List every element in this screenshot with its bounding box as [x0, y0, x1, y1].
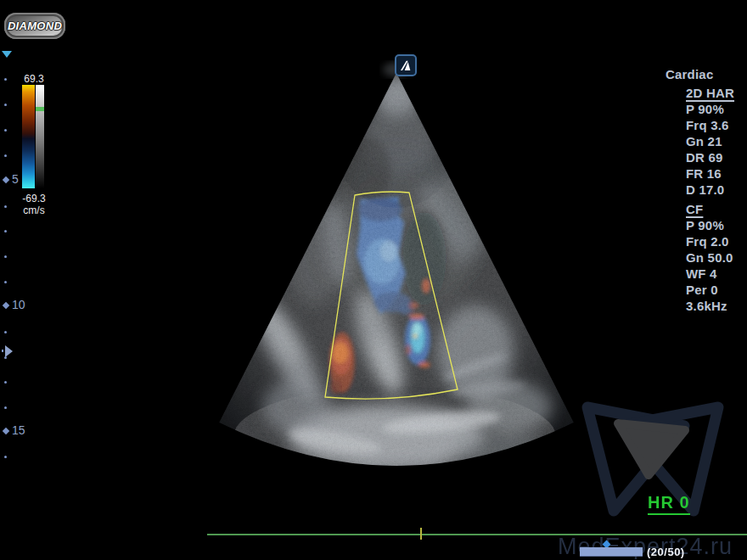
param-2d-frame-rate: FR 16 [686, 166, 722, 181]
cine-frame-counter: (20/50) [647, 546, 685, 558]
depth-label-5: 5 [12, 172, 19, 186]
param-cf-gain: Gn 50.0 [686, 250, 733, 265]
ecg-sweep-cursor [420, 528, 422, 540]
depth-label-10: 10 [12, 298, 25, 311]
ruler-dot [4, 104, 7, 106]
ultrasound-screen: DIAMOND 69.3 -69.3 cm/s 5 10 15 Cardiac … [0, 0, 747, 560]
focus-arrow-icon[interactable] [5, 345, 13, 357]
heart-rate-value: HR 0 [648, 493, 690, 515]
ruler-dot [4, 356, 7, 359]
param-cf-prf: 3.6kHz [686, 299, 727, 313]
grayscale-bar [36, 85, 44, 188]
ruler-dot [4, 205, 7, 208]
param-cf-wall-filter: WF 4 [686, 266, 717, 281]
brand-logo: DIAMOND [4, 13, 65, 39]
param-2d-depth: D 17.0 [686, 182, 724, 197]
cine-progress-bar[interactable] [580, 547, 643, 557]
ruler-dot [4, 255, 7, 258]
exam-type-label: Cardiac [666, 67, 713, 81]
orientation-marker-icon [395, 54, 417, 76]
doppler-color-scale [22, 85, 35, 188]
focus-dot [2, 350, 3, 352]
velocity-scale-max: 69.3 [20, 73, 48, 85]
velocity-scale-unit: cm/s [19, 204, 49, 216]
depth-label-15: 15 [12, 423, 25, 437]
ecg-baseline [207, 534, 747, 535]
velocity-scale-min: -69.3 [17, 193, 51, 204]
param-2d-power: P 90% [686, 102, 724, 116]
param-cf-power: P 90% [686, 218, 724, 232]
ruler-dot [4, 456, 7, 458]
ruler-dot [4, 154, 7, 157]
param-2d-frequency: Frq 3.6 [686, 118, 729, 132]
ruler-dot [4, 129, 7, 132]
ruler-dot [4, 331, 7, 333]
mode-2d-title: 2D HAR [686, 86, 734, 100]
param-2d-dynamic-range: DR 69 [686, 150, 723, 165]
ruler-dot [4, 406, 7, 409]
brand-logo-text: DIAMOND [8, 20, 62, 32]
mode-cf-title: CF [686, 202, 703, 216]
ruler-dot [4, 281, 7, 283]
ruler-dot [4, 381, 7, 384]
ruler-dot [4, 230, 7, 232]
param-cf-frequency: Frq 2.0 [686, 234, 729, 249]
ruler-dot [4, 78, 7, 81]
param-cf-persistence: Per 0 [686, 283, 718, 297]
param-2d-gain: Gn 21 [686, 134, 722, 148]
gain-marker-icon [36, 107, 44, 111]
scale-arrow-icon [2, 51, 12, 58]
